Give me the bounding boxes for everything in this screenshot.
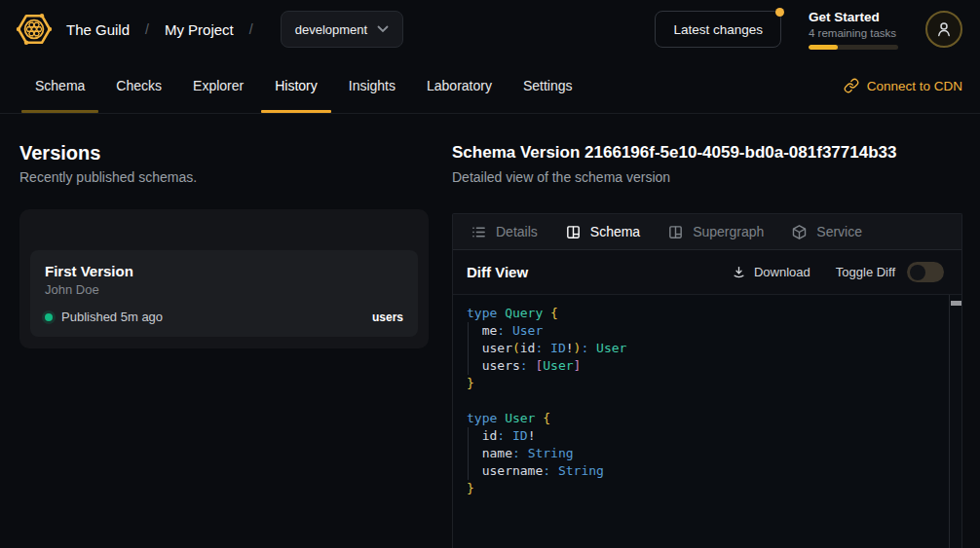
code-token: user <box>467 341 512 355</box>
get-started-progressbar <box>809 45 898 50</box>
tab-label: Schema <box>35 78 85 93</box>
tab-label: History <box>275 78 318 93</box>
code-token: : <box>497 323 505 338</box>
tab-label: Checks <box>116 78 162 93</box>
version-name: First Version <box>45 263 403 279</box>
cube-icon <box>791 224 808 240</box>
tab-laboratory[interactable]: Laboratory <box>413 58 506 113</box>
page-tabs-bar: SchemaChecksExplorerHistoryInsightsLabor… <box>0 58 980 114</box>
schema-sdl-code: type Query { me: User user(id: ID!): Use… <box>453 295 961 497</box>
detail-tab-label: Details <box>496 224 538 239</box>
code-token <box>497 411 505 425</box>
code-line: } <box>467 375 961 392</box>
tab-underline <box>21 110 98 113</box>
main-content: Versions Recently published schemas. Fir… <box>0 114 980 548</box>
download-label: Download <box>754 265 810 279</box>
detail-tab-schema[interactable]: Schema <box>565 224 640 240</box>
schema-sdl-viewer[interactable]: type Query { me: User user(id: ID!): Use… <box>453 295 961 548</box>
tab-history[interactable]: History <box>261 58 331 113</box>
version-status: Published 5m ago <box>61 310 163 324</box>
published-status-dot <box>45 313 53 321</box>
tab-schema[interactable]: Schema <box>21 58 98 113</box>
code-token: users <box>467 358 520 373</box>
user-avatar[interactable] <box>925 11 962 48</box>
toggle-diff-label: Toggle Diff <box>836 265 895 279</box>
get-started-title: Get Started <box>809 10 898 25</box>
code-token <box>520 446 528 460</box>
latest-changes-button[interactable]: Latest changes <box>655 11 781 48</box>
breadcrumb-separator: / <box>249 21 253 37</box>
schema-version-subtitle: Detailed view of the schema version <box>452 169 962 185</box>
chevron-down-icon <box>377 25 389 33</box>
connect-to-cdn-button[interactable]: Connect to CDN <box>844 58 962 113</box>
code-token: String <box>558 463 604 478</box>
code-token: } <box>467 376 474 390</box>
tab-settings[interactable]: Settings <box>509 58 586 113</box>
breadcrumb-org[interactable]: The Guild <box>66 21 130 38</box>
tab-underline <box>261 110 331 113</box>
breadcrumb-project[interactable]: My Project <box>165 21 234 38</box>
code-token: ID <box>550 341 566 355</box>
code-token: ( <box>512 341 520 355</box>
columns-icon <box>667 224 684 240</box>
code-token <box>543 306 550 320</box>
code-token: } <box>467 481 474 495</box>
code-line: type Query { <box>467 305 961 322</box>
toggle-diff-knob <box>910 265 925 280</box>
version-list-item[interactable]: First Version John Doe Published 5m ago … <box>30 250 418 337</box>
code-scrollbar-thumb[interactable] <box>951 301 961 306</box>
detail-tab-label: Supergraph <box>693 224 764 239</box>
code-token <box>505 428 512 443</box>
code-token: name <box>467 446 512 460</box>
toggle-diff-switch[interactable] <box>907 262 944 282</box>
code-token: id <box>520 341 536 355</box>
code-token: me <box>467 323 497 338</box>
link-icon <box>844 78 859 93</box>
environment-dropdown[interactable]: development <box>281 11 403 48</box>
code-token <box>505 323 512 338</box>
code-token: : <box>512 446 520 460</box>
code-token: username <box>467 463 543 478</box>
detail-tabs: DetailsSchemaSupergraphService <box>453 214 961 250</box>
download-icon <box>732 265 746 279</box>
code-token: { <box>550 306 558 320</box>
tab-label: Explorer <box>193 78 244 93</box>
top-bar: The Guild / My Project / development Lat… <box>0 0 980 58</box>
code-token: ! <box>566 341 574 355</box>
person-icon <box>935 20 953 38</box>
code-token: type <box>467 411 497 425</box>
tab-explorer[interactable]: Explorer <box>179 58 257 113</box>
code-token: String <box>528 446 574 460</box>
get-started-widget[interactable]: Get Started 4 remaining tasks <box>809 10 898 50</box>
hive-logo-icon[interactable] <box>16 11 53 48</box>
columns-icon <box>565 224 582 240</box>
diff-view-header: Diff View Download Toggle Diff <box>453 250 961 295</box>
code-token <box>550 463 558 478</box>
code-token <box>543 341 550 355</box>
get-started-progress-fill <box>809 45 838 50</box>
code-line: name: String <box>467 445 961 462</box>
code-token: User <box>596 341 626 355</box>
code-token: User <box>512 323 543 338</box>
code-token: type <box>467 306 497 320</box>
get-started-subtitle: 4 remaining tasks <box>809 26 898 40</box>
code-scrollbar[interactable] <box>949 295 961 548</box>
detail-tab-service[interactable]: Service <box>791 224 862 240</box>
version-detail-panel: Schema Version 2166196f-5e10-4059-bd0a-0… <box>452 114 962 548</box>
tab-checks[interactable]: Checks <box>102 58 175 113</box>
code-token: User <box>543 358 573 373</box>
tab-label: Settings <box>523 78 573 93</box>
connect-to-cdn-label: Connect to CDN <box>867 79 962 93</box>
code-line: me: User <box>467 322 961 340</box>
tab-label: Laboratory <box>427 78 492 93</box>
download-button[interactable]: Download <box>732 265 810 279</box>
diff-view-title: Diff View <box>467 264 528 280</box>
versions-title: Versions <box>19 141 452 164</box>
page-tabs: SchemaChecksExplorerHistoryInsightsLabor… <box>21 58 586 113</box>
detail-tab-details[interactable]: Details <box>471 224 538 240</box>
tab-label: Insights <box>349 78 396 93</box>
tab-insights[interactable]: Insights <box>335 58 409 113</box>
code-line: user(id: ID!): User <box>467 340 961 357</box>
detail-tab-supergraph[interactable]: Supergraph <box>667 224 764 240</box>
code-token <box>588 341 596 355</box>
